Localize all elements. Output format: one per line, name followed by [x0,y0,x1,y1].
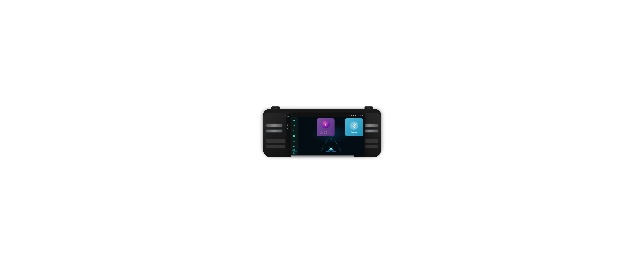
svg-marker-28 [322,132,322,133]
nav-back[interactable] [292,128,296,133]
vol-up-button[interactable]: 🔊+ [286,124,289,126]
music-card[interactable]: HotelCalifornia [317,118,334,136]
status-right: ✱ 8:14 ⌃⌃ ▭ ↩ [349,115,363,116]
svg-rect-32 [330,132,330,133]
music-album-art [322,120,330,128]
nav-sidebar: + - [291,117,298,155]
chassis: MIC RST ⏻ ⌂ ↩ 🔊+ 🔈- ⌂ [263,109,381,156]
home-icon[interactable]: ⌂ [292,115,293,116]
svg-point-26 [333,150,334,150]
svg-rect-8 [294,136,295,137]
svg-rect-5 [293,135,294,136]
svg-rect-0 [349,116,349,116]
svg-marker-30 [325,132,326,134]
screen-content: + - [291,117,364,155]
home-side-button[interactable]: ⌂ [286,118,289,120]
bluetooth-card[interactable]: Bluetooth [345,118,363,136]
left-vent [266,139,285,143]
nav-vol-down[interactable]: - [292,144,296,149]
status-time: 8:14 [353,115,356,116]
svg-rect-1 [349,115,350,116]
svg-text:-: - [294,146,295,147]
bluetooth-icon-area [350,122,358,130]
vol-down-button[interactable]: 🔈- [286,127,289,130]
nav-vol-up[interactable]: + [292,139,296,144]
nav-apps[interactable] [292,134,296,138]
svg-marker-31 [329,132,330,133]
page-dots [330,154,332,154]
window-icon[interactable]: ▭ [360,115,361,116]
svg-point-25 [332,151,333,151]
svg-rect-29 [321,132,321,133]
status-left: ⌂ [292,115,293,116]
svg-rect-7 [293,136,294,137]
svg-rect-6 [294,135,295,136]
page-dot-1[interactable] [330,154,331,154]
svg-rect-2 [350,115,350,116]
nav-settings[interactable] [292,123,296,128]
status-bar: ⌂ ✱ 8:14 ⌃⌃ ▭ ↩ [291,114,364,117]
page-dot-2[interactable] [331,154,332,154]
nav-compass[interactable] [292,150,296,154]
side-control-strip: ⏻ ⌂ ↩ 🔊+ 🔈- [286,114,290,155]
main-display: 0 km/h HotelCalifornia [298,117,364,155]
play-pause-button[interactable] [324,131,327,134]
back-side-button[interactable]: ↩ [286,121,289,124]
bluetooth-label: Bluetooth [350,131,358,133]
expand-icon[interactable]: ⌃⌃ [357,115,359,116]
svg-point-27 [325,124,326,126]
bluetooth-status-icon: ✱ [351,115,352,116]
svg-point-4 [294,125,294,126]
music-controls [320,131,331,134]
svg-rect-3 [350,115,350,116]
main-screen: ⌂ ✱ 8:14 ⌃⌃ ▭ ↩ [290,114,365,155]
car-graphic [328,148,334,152]
power-button[interactable]: ⏻ [286,115,289,118]
car-head-unit: MIC RST ⏻ ⌂ ↩ 🔊+ 🔈- ⌂ [258,106,386,160]
svg-point-33 [354,124,356,126]
next-track-button[interactable] [328,131,331,134]
nav-home[interactable] [292,118,296,123]
svg-text:+: + [294,140,295,141]
music-track-title: HotelCalifornia [322,129,329,130]
signal-icon [349,115,350,116]
prev-track-button[interactable] [320,131,323,134]
svg-point-24 [329,151,330,151]
back-nav-icon[interactable]: ↩ [362,115,363,116]
